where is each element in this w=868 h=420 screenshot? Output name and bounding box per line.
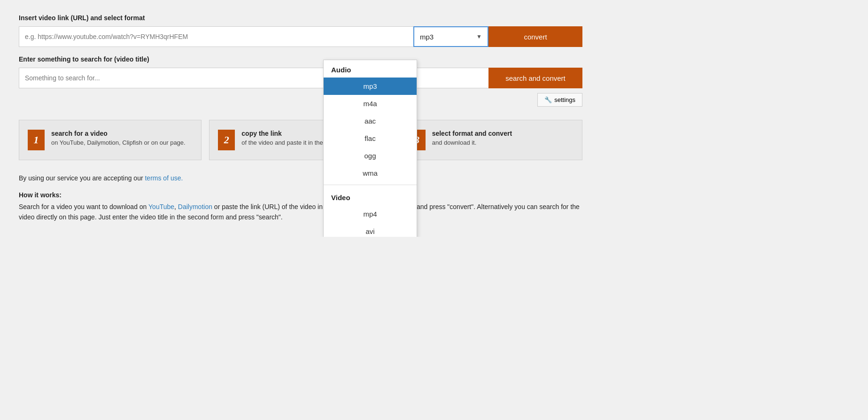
dailymotion-link[interactable]: Dailymotion bbox=[178, 203, 212, 210]
audio-group-label: Audio bbox=[324, 60, 417, 78]
dropdown-item-m4a[interactable]: m4a bbox=[324, 95, 417, 112]
search-and-convert-button[interactable]: search and convert bbox=[488, 68, 582, 88]
step-number-1: 1 bbox=[28, 130, 45, 150]
video-group-label: Video bbox=[324, 188, 417, 205]
wrench-icon: 🔧 bbox=[544, 96, 552, 103]
format-select-display[interactable]: mp3 ▼ bbox=[414, 27, 488, 46]
url-section-label: Insert video link (URL) and select forma… bbox=[19, 14, 582, 22]
convert-button[interactable]: convert bbox=[488, 26, 582, 47]
dropdown-item-aac[interactable]: aac bbox=[324, 112, 417, 130]
settings-button[interactable]: 🔧 settings bbox=[537, 93, 582, 107]
how-it-works-body: Search for a video you want to download … bbox=[19, 202, 582, 223]
step-card-3: 3 select format and convert and download… bbox=[400, 120, 582, 160]
search-input[interactable] bbox=[19, 68, 488, 88]
chevron-down-icon: ▼ bbox=[476, 33, 482, 40]
terms-prefix: By using our service you are accepting o… bbox=[19, 174, 145, 182]
step-desc-1: on YouTube, Dailymotion, Clipfish or on … bbox=[51, 139, 186, 146]
terms-text: By using our service you are accepting o… bbox=[19, 174, 582, 182]
format-dropdown: Audio mp3 m4a aac flac ogg wma Video mp4… bbox=[323, 60, 417, 237]
step-content-3: select format and convert and download i… bbox=[432, 130, 512, 146]
how-it-works-text1: Search for a video you want to download … bbox=[19, 203, 148, 210]
page-container: Insert video link (URL) and select forma… bbox=[19, 14, 582, 223]
format-select-wrapper[interactable]: mp3 ▼ bbox=[413, 26, 488, 47]
step-desc-3: and download it. bbox=[432, 139, 512, 146]
dropdown-item-mp3[interactable]: mp3 bbox=[324, 78, 417, 95]
terms-link[interactable]: terms of use. bbox=[145, 174, 183, 182]
step-title-3: select format and convert bbox=[432, 130, 512, 137]
dropdown-item-wma[interactable]: wma bbox=[324, 164, 417, 182]
settings-button-label: settings bbox=[554, 96, 575, 103]
url-input-row: mp3 ▼ convert bbox=[19, 26, 582, 47]
dropdown-divider bbox=[324, 185, 417, 185]
step-number-2: 2 bbox=[218, 130, 235, 150]
search-input-row: search and convert bbox=[19, 68, 582, 88]
step-card-1: 1 search for a video on YouTube, Dailymo… bbox=[19, 120, 202, 160]
how-it-works-title: How it works: bbox=[19, 191, 582, 199]
settings-row: 🔧 settings bbox=[19, 93, 582, 107]
how-it-works-section: How it works: Search for a video you wan… bbox=[19, 191, 582, 223]
dropdown-item-avi[interactable]: avi bbox=[324, 223, 417, 237]
url-input[interactable] bbox=[19, 26, 413, 47]
steps-row: 1 search for a video on YouTube, Dailymo… bbox=[19, 120, 582, 160]
step-content-1: search for a video on YouTube, Dailymoti… bbox=[51, 130, 186, 146]
how-it-works-comma: , bbox=[174, 203, 178, 210]
dropdown-item-mp4[interactable]: mp4 bbox=[324, 205, 417, 223]
selected-format-label: mp3 bbox=[420, 33, 434, 41]
search-section-label: Enter something to search for (video tit… bbox=[19, 55, 582, 63]
dropdown-item-flac[interactable]: flac bbox=[324, 130, 417, 147]
youtube-link[interactable]: YouTube bbox=[148, 203, 174, 210]
step-title-1: search for a video bbox=[51, 130, 186, 137]
dropdown-item-ogg[interactable]: ogg bbox=[324, 147, 417, 164]
